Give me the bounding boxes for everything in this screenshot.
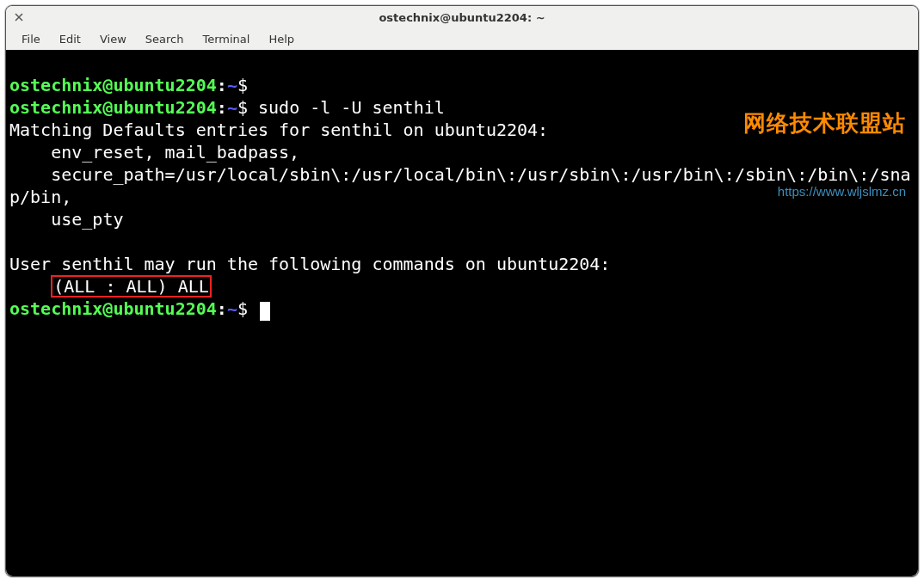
out-line: use_pty [9, 209, 123, 230]
menu-search[interactable]: Search [137, 31, 193, 47]
prompt-user-host: ostechnix@ubuntu2204 [9, 75, 217, 95]
prompt-dollar: $ [237, 97, 248, 118]
prompt-path: ~ [227, 75, 237, 95]
terminal-area[interactable]: ostechnix@ubuntu2204:~$ ostechnix@ubuntu… [6, 50, 918, 576]
prompt-sep: : [217, 97, 227, 118]
menu-terminal[interactable]: Terminal [194, 31, 258, 47]
prompt-path: ~ [227, 97, 237, 118]
cursor [260, 302, 270, 321]
out-line: User senthil may run the following comma… [9, 254, 610, 274]
prompt-path: ~ [227, 298, 237, 319]
cmd-3 [248, 298, 258, 319]
menu-help[interactable]: Help [260, 31, 303, 47]
watermark: 网络技术联盟站 https://www.wljslmz.cn [743, 67, 906, 248]
menu-file[interactable]: File [13, 31, 49, 47]
cmd-2: sudo -l -U senthil [248, 97, 445, 118]
cmd-1 [248, 75, 258, 95]
out-line-indent [9, 276, 51, 297]
out-line: secure_path=/usr/local/sbin\:/usr/local/… [9, 164, 911, 207]
terminal-window: ostechnix@ubuntu2204: ~ File Edit View S… [5, 5, 919, 577]
titlebar: ostechnix@ubuntu2204: ~ [6, 6, 918, 28]
prompt-user-host: ostechnix@ubuntu2204 [9, 298, 217, 319]
menu-view[interactable]: View [91, 31, 135, 47]
out-line: Matching Defaults entries for senthil on… [9, 120, 548, 140]
menubar: File Edit View Search Terminal Help [6, 28, 918, 50]
window-title: ostechnix@ubuntu2204: ~ [379, 11, 545, 24]
prompt-sep: : [217, 75, 227, 95]
prompt-sep: : [217, 298, 227, 319]
prompt-dollar: $ [237, 298, 248, 319]
menu-edit[interactable]: Edit [51, 31, 89, 47]
watermark-text: 网络技术联盟站 [743, 112, 906, 134]
close-icon[interactable] [13, 11, 25, 23]
highlight-sudo-all: (ALL : ALL) ALL [51, 275, 212, 298]
prompt-dollar: $ [237, 75, 248, 95]
prompt-user-host: ostechnix@ubuntu2204 [9, 97, 217, 118]
out-line: env_reset, mail_badpass, [9, 142, 299, 163]
